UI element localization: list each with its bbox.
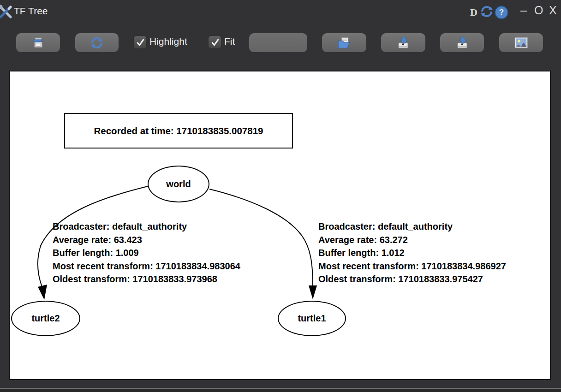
help-icon[interactable]: ?	[495, 6, 508, 19]
edge-label-world-turtle2: Broadcaster: default_authority Average r…	[53, 220, 240, 286]
refresh-icon	[90, 36, 104, 50]
node-world: world	[148, 166, 209, 202]
titlebar: TF Tree D ? – O X	[0, 0, 561, 26]
filter-input[interactable]	[249, 33, 307, 52]
save-icon	[456, 36, 469, 49]
recorded-time-box: Recorded at time: 1710183835.007819	[64, 113, 293, 148]
folder-open-icon	[337, 37, 351, 49]
edge-label-line: Oldest transform: 1710183833.975427	[318, 273, 506, 286]
snapshot-button[interactable]	[16, 33, 60, 52]
edge-label-line: Most recent transform: 1710183834.983064	[53, 260, 240, 273]
edge-label-line: Broadcaster: default_authority	[318, 220, 506, 233]
snapshot-icon	[32, 37, 44, 49]
minimize-button[interactable]: –	[520, 4, 527, 17]
image-icon	[514, 37, 528, 48]
window-bottom-frame	[0, 389, 561, 392]
arrowhead-turtle1	[309, 285, 317, 299]
edge-label-line: Buffer length: 1.009	[53, 246, 240, 260]
edge-label-line: Average rate: 63.272	[318, 233, 506, 247]
edge-label-line: Broadcaster: default_authority	[53, 220, 240, 233]
save-image-button[interactable]	[499, 33, 543, 52]
refresh-icon[interactable]	[480, 5, 494, 18]
fit-checkbox[interactable]	[208, 36, 221, 49]
node-turtle1: turtle1	[278, 301, 346, 336]
node-turtle2: turtle2	[11, 301, 80, 336]
highlight-checkbox[interactable]	[133, 36, 147, 49]
tools-icon	[0, 5, 13, 19]
arrowhead-turtle2	[38, 285, 47, 300]
highlight-label: Highlight	[149, 36, 187, 47]
edge-label-line: Average rate: 63.423	[53, 233, 240, 247]
save-icon	[397, 36, 410, 49]
open-folder-button[interactable]	[322, 33, 366, 52]
tf-tree-window: TF Tree D ? – O X	[0, 0, 561, 392]
fit-label: Fit	[224, 36, 235, 47]
edge-label-line: Oldest transform: 1710183833.973968	[53, 273, 240, 286]
save-svg-button[interactable]	[440, 33, 484, 52]
maximize-button[interactable]: O	[534, 4, 543, 17]
edge-label-line: Buffer length: 1.012	[318, 246, 506, 260]
graph-canvas[interactable]: Recorded at time: 1710183835.007819 worl…	[9, 71, 551, 380]
window-title: TF Tree	[14, 6, 48, 17]
checkmark-icon	[136, 38, 145, 47]
edge-label-line: Most recent transform: 1710183834.986927	[318, 260, 506, 273]
save-dot-button[interactable]	[381, 33, 425, 52]
dock-icon[interactable]: D	[467, 6, 481, 19]
checkmark-icon	[210, 38, 220, 47]
close-button[interactable]: X	[549, 4, 557, 17]
refresh-button[interactable]	[75, 33, 119, 52]
edge-label-world-turtle1: Broadcaster: default_authority Average r…	[318, 220, 506, 286]
